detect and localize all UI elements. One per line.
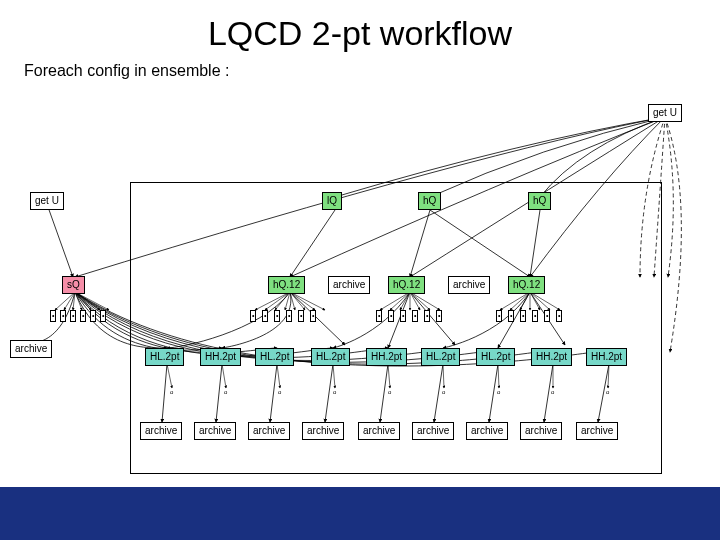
node-tiny: • [262,310,268,322]
node-tiny: • [298,310,304,322]
node-tiny: • [388,310,394,322]
node-archive-8: archive [520,422,562,440]
node-tiny: • [50,310,56,322]
node-hq12-2: hQ.12 [388,276,425,294]
node-tiny: • [496,310,502,322]
node-hl2pt-2: HL.2pt [255,348,294,366]
node-hl2pt-4: HL.2pt [421,348,460,366]
node-tiny: • [544,310,550,322]
node-tiny: • [100,310,106,322]
node-tiny: • [556,310,562,322]
node-tiny: • [274,310,280,322]
node-hh2pt-1: HH.2pt [200,348,241,366]
node-archive-mid-2: archive [448,276,490,294]
node-tiny: • [412,310,418,322]
node-tiny: • [424,310,430,322]
slide: LQCD 2-pt workflow Foreach config in ens… [0,0,720,540]
node-hl2pt-1: HL.2pt [145,348,184,366]
slide-subtitle: Foreach config in ensemble : [20,60,233,82]
node-hh2pt-3: HH.2pt [531,348,572,366]
node-archive-4: archive [302,422,344,440]
slide-title: LQCD 2-pt workflow [0,8,720,55]
node-archive-6: archive [412,422,454,440]
node-tiny: • [286,310,292,322]
node-hq12-3: hQ.12 [508,276,545,294]
node-archive-5: archive [358,422,400,440]
node-tiny: • [70,310,76,322]
node-tiny: • [80,310,86,322]
node-hq-2: hQ [528,192,551,210]
node-tiny: • [250,310,256,322]
node-get-u-top: get U [648,104,682,122]
node-archive-7: archive [466,422,508,440]
node-tiny: • [436,310,442,322]
node-hq12-1: hQ.12 [268,276,305,294]
node-hl2pt-3: HL.2pt [311,348,350,366]
node-get-u-left: get U [30,192,64,210]
node-archive-1: archive [140,422,182,440]
node-tiny: • [508,310,514,322]
node-tiny: • [60,310,66,322]
workflow-diagram: ooo ooo ooo get U get U lQ hQ hQ sQ hQ.1… [0,92,720,487]
node-tiny: • [520,310,526,322]
node-tiny: • [310,310,316,322]
node-tiny: • [532,310,538,322]
node-sq: sQ [62,276,85,294]
node-hh2pt-2: HH.2pt [366,348,407,366]
node-tiny: • [400,310,406,322]
node-archive-9: archive [576,422,618,440]
node-lq: lQ [322,192,342,210]
node-hl2pt-5: HL.2pt [476,348,515,366]
node-archive-3: archive [248,422,290,440]
node-tiny: • [90,310,96,322]
node-archive-mid-1: archive [328,276,370,294]
node-tiny: • [376,310,382,322]
node-hq-1: hQ [418,192,441,210]
node-archive-2: archive [194,422,236,440]
node-archive-left: archive [10,340,52,358]
node-hh2pt-4: HH.2pt [586,348,627,366]
